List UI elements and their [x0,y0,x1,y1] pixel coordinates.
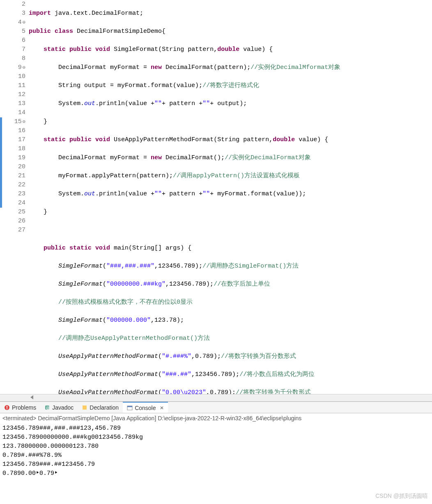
tab-label: Javadoc [52,404,74,411]
console-icon [127,405,133,411]
console-line: 123456.789###,###.###123,456.789 [2,424,430,433]
horizontal-scrollbar[interactable] [0,394,432,401]
problems-icon [4,405,10,410]
console-line: 123.78000000.000000123.780 [2,442,430,451]
code-editor[interactable]: 2 3 4⊖ 5 6 7 8 9⊖ 10 11 12 13 14 15⊖ 16 … [0,0,432,394]
console-output[interactable]: 123456.789###,###.###123,456.789 123456.… [0,423,432,479]
console-status: <terminated> DecimalFormatSimpleDemo [Ja… [0,413,432,423]
console-line: 0.789#.###%78.9% [2,451,430,460]
tab-declaration[interactable]: Declaration [78,402,123,413]
tab-problems[interactable]: Problems [0,402,40,413]
line-gutter: 2 3 4⊖ 5 6 7 8 9⊖ 10 11 12 13 14 15⊖ 16 … [0,0,29,394]
code-content[interactable]: import java.text.DecimalFormat; public c… [29,0,432,394]
tab-label: Console [135,405,156,411]
tab-console[interactable]: Console ✕ [123,402,168,413]
svg-rect-1 [7,406,7,408]
bottom-panel: Problems @ Javadoc Declaration Console ✕… [0,401,432,479]
tab-label: Problems [12,404,36,411]
watermark: CSDN @抓到汤圆嘻 [375,493,428,500]
panel-tabs: Problems @ Javadoc Declaration Console ✕ [0,402,432,413]
scroll-left-icon[interactable] [30,395,33,399]
svg-rect-5 [83,405,87,410]
javadoc-icon: @ [44,405,50,410]
console-line: 123456.78900000000.###kg00123456.789kg [2,433,430,442]
declaration-icon [82,405,87,410]
close-icon[interactable]: ✕ [160,405,164,411]
console-line: 0.7890.00‣0.79‣ [2,469,430,478]
tab-javadoc[interactable]: @ Javadoc [40,402,78,413]
svg-text:@: @ [46,406,50,410]
svg-rect-2 [7,408,7,409]
tab-label: Declaration [90,404,119,411]
console-line: 123456.789###.##123456.79 [2,460,430,469]
svg-rect-7 [127,406,132,407]
